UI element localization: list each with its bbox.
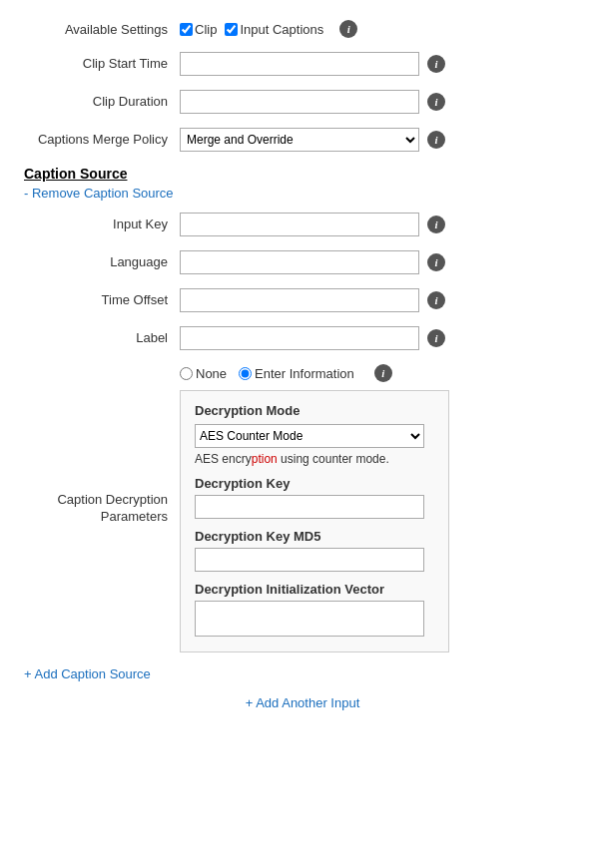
- clip-start-time-label: Clip Start Time: [20, 56, 180, 73]
- available-settings-info-icon[interactable]: i: [339, 20, 357, 38]
- clip-start-time-input[interactable]: [180, 52, 419, 76]
- label-field-input[interactable]: [180, 326, 419, 350]
- clip-duration-input[interactable]: [180, 90, 419, 114]
- decryption-key-label: Decryption Key: [195, 476, 434, 491]
- caption-source-section-header: Caption Source: [20, 166, 585, 182]
- captions-merge-policy-row: Captions Merge Policy Merge and Override…: [20, 128, 585, 152]
- enter-info-radio-item: Enter Information: [239, 366, 354, 381]
- enter-info-radio-label: Enter Information: [255, 366, 354, 381]
- decryption-desc-highlight: ption: [252, 452, 278, 466]
- decryption-iv-textarea[interactable]: [195, 601, 424, 637]
- decryption-box: Decryption Mode AES Counter Mode AES CBC…: [180, 390, 449, 652]
- clip-duration-info-icon[interactable]: i: [427, 93, 445, 111]
- remove-caption-source-link[interactable]: - Remove Caption Source: [20, 186, 585, 201]
- input-captions-label: Input Captions: [240, 22, 323, 37]
- input-key-input[interactable]: [180, 213, 419, 236]
- caption-decryption-params-label: Caption Decryption Parameters: [20, 492, 180, 526]
- input-captions-checkbox[interactable]: [225, 23, 238, 36]
- captions-merge-policy-label: Captions Merge Policy: [20, 132, 180, 149]
- clip-duration-label: Clip Duration: [20, 94, 180, 111]
- decryption-mode-title: Decryption Mode: [195, 403, 434, 418]
- none-radio-item: None: [180, 366, 227, 381]
- language-row: Language i: [20, 250, 585, 274]
- caption-decryption-params-row: Caption Decryption Parameters None Enter…: [20, 364, 585, 652]
- captions-merge-policy-select[interactable]: Merge and Override Override Merge: [180, 128, 419, 152]
- label-field-label: Label: [20, 330, 180, 347]
- decryption-desc-part3: using counter mode.: [278, 452, 389, 466]
- decryption-key-md5-label: Decryption Key MD5: [195, 529, 434, 544]
- clip-duration-row: Clip Duration i: [20, 90, 585, 114]
- language-info-icon[interactable]: i: [427, 253, 445, 271]
- radio-options: None Enter Information i: [180, 364, 449, 382]
- time-offset-input[interactable]: [180, 288, 419, 312]
- clip-checkbox-item: Clip: [180, 22, 217, 37]
- caption-source-title: Caption Source: [24, 166, 127, 182]
- enter-info-radio[interactable]: [239, 367, 252, 380]
- time-offset-info-icon[interactable]: i: [427, 291, 445, 309]
- decryption-key-input[interactable]: [195, 495, 424, 519]
- language-label: Language: [20, 254, 180, 271]
- decryption-params-content: None Enter Information i Decryption Mode…: [180, 364, 449, 652]
- caption-decryption-info-icon[interactable]: i: [374, 364, 392, 382]
- input-captions-checkbox-item: Input Captions: [225, 22, 323, 37]
- decryption-key-md5-input[interactable]: [195, 548, 424, 572]
- available-settings-row: Available Settings Clip Input Captions i: [20, 20, 585, 38]
- input-key-info-icon[interactable]: i: [427, 216, 445, 233]
- none-radio[interactable]: [180, 367, 193, 380]
- time-offset-row: Time Offset i: [20, 288, 585, 312]
- add-another-input-link[interactable]: + Add Another Input: [246, 695, 360, 710]
- label-field-info-icon[interactable]: i: [427, 329, 445, 347]
- clip-start-time-info-icon[interactable]: i: [427, 55, 445, 73]
- input-key-label: Input Key: [20, 217, 180, 233]
- clip-label: Clip: [195, 22, 217, 37]
- decryption-desc-part1: AES encry: [195, 452, 252, 466]
- captions-merge-policy-info-icon[interactable]: i: [427, 131, 445, 149]
- decryption-desc: AES encryption using counter mode.: [195, 452, 434, 466]
- clip-start-time-row: Clip Start Time i: [20, 52, 585, 76]
- add-caption-source-link[interactable]: + Add Caption Source: [24, 666, 151, 681]
- decryption-mode-select[interactable]: AES Counter Mode AES CBC Mode Sample AES: [195, 424, 424, 448]
- none-radio-label: None: [196, 366, 227, 381]
- available-settings-label: Available Settings: [20, 22, 180, 37]
- page-container: Available Settings Clip Input Captions i…: [0, 10, 605, 720]
- add-another-input-row: + Add Another Input: [20, 695, 585, 710]
- language-input[interactable]: [180, 250, 419, 274]
- label-field-row: Label i: [20, 326, 585, 350]
- input-key-row: Input Key i: [20, 213, 585, 236]
- decryption-iv-label: Decryption Initialization Vector: [195, 582, 434, 597]
- checkboxes-area: Clip Input Captions i: [180, 20, 357, 38]
- add-caption-source-row: + Add Caption Source: [20, 666, 585, 681]
- clip-checkbox[interactable]: [180, 23, 193, 36]
- time-offset-label: Time Offset: [20, 292, 180, 309]
